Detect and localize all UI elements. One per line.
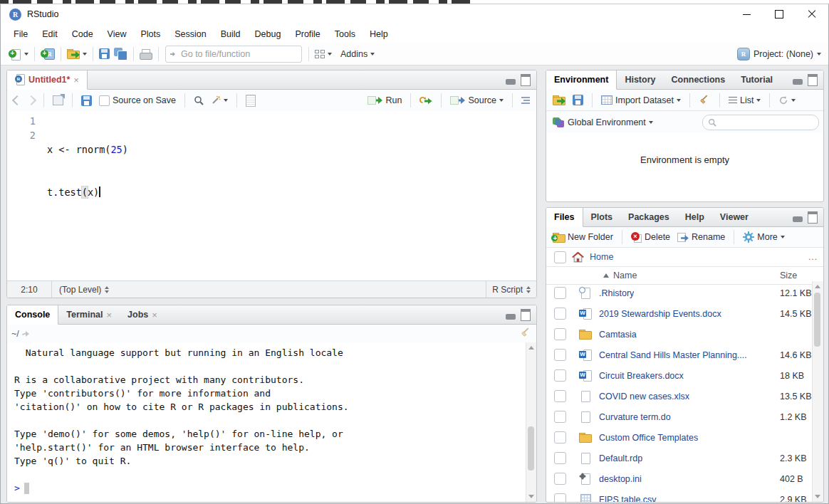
scroll-down-icon[interactable] xyxy=(528,495,534,498)
files-scrollbar[interactable] xyxy=(812,281,823,502)
file-checkbox[interactable] xyxy=(554,431,566,443)
new-project-button[interactable] xyxy=(38,46,57,62)
file-checkbox[interactable] xyxy=(554,287,566,299)
code-tools-button[interactable] xyxy=(209,94,230,107)
scroll-down-icon[interactable] xyxy=(815,495,820,498)
scrollbar-thumb[interactable] xyxy=(528,426,534,471)
pane-layout-button[interactable] xyxy=(313,48,334,60)
new-file-button[interactable] xyxy=(6,46,31,62)
source-on-save-checkbox[interactable]: Source on Save xyxy=(97,94,178,107)
save-all-button[interactable] xyxy=(112,46,130,61)
open-file-button[interactable] xyxy=(65,48,89,61)
project-menu-button[interactable]: Project: (None) xyxy=(737,48,828,61)
import-dataset-button[interactable]: Import Dataset xyxy=(599,94,683,107)
menu-help[interactable]: Help xyxy=(363,27,395,41)
console-prompt[interactable]: > xyxy=(14,481,526,495)
maximize-button[interactable] xyxy=(763,4,796,24)
find-replace-button[interactable] xyxy=(192,94,206,107)
select-all-checkbox[interactable] xyxy=(554,251,566,263)
close-button[interactable] xyxy=(796,4,828,24)
forward-button[interactable] xyxy=(26,95,37,105)
menu-view[interactable]: View xyxy=(100,27,134,41)
size-column-header[interactable]: Size xyxy=(780,271,797,280)
minimize-pane-icon[interactable] xyxy=(793,79,803,85)
menu-tools[interactable]: Tools xyxy=(328,27,363,41)
menu-profile[interactable]: Profile xyxy=(288,27,327,41)
name-column-header[interactable]: Name xyxy=(546,271,637,280)
console-output[interactable]: Natural language support but running in … xyxy=(7,342,526,502)
scroll-up-icon[interactable] xyxy=(528,346,534,350)
maximize-pane-icon[interactable] xyxy=(808,74,818,86)
maximize-pane-icon[interactable] xyxy=(521,309,531,321)
file-checkbox[interactable] xyxy=(554,308,566,320)
breadcrumb-ellipsis[interactable]: ... xyxy=(808,252,818,262)
minimize-pane-icon[interactable] xyxy=(506,314,516,320)
menu-session[interactable]: Session xyxy=(167,27,213,41)
close-tab-icon[interactable] xyxy=(106,310,112,320)
close-tab-icon[interactable] xyxy=(73,75,79,85)
goto-directory-icon[interactable] xyxy=(22,331,29,337)
clear-console-broom-icon[interactable] xyxy=(520,327,532,339)
file-checkbox[interactable] xyxy=(554,493,566,502)
menu-plots[interactable]: Plots xyxy=(133,27,167,41)
menu-debug[interactable]: Debug xyxy=(248,27,288,41)
scrollbar-thumb[interactable] xyxy=(814,293,820,347)
maximize-pane-icon[interactable] xyxy=(808,211,818,224)
save-source-button[interactable] xyxy=(79,94,94,107)
load-workspace-button[interactable] xyxy=(551,94,568,107)
file-row[interactable]: Circuit Breakers.docx 18 KB xyxy=(546,365,812,386)
maximize-pane-icon[interactable] xyxy=(521,74,531,86)
file-row[interactable]: .Rhistory 12.1 KB xyxy=(546,283,812,303)
doc-type-selector[interactable]: R Script xyxy=(486,281,536,298)
save-workspace-button[interactable] xyxy=(570,93,585,107)
file-checkbox[interactable] xyxy=(554,390,566,402)
file-checkbox[interactable] xyxy=(554,411,566,423)
delete-button[interactable]: Delete xyxy=(629,231,672,244)
environment-scope-selector[interactable]: Global Environment xyxy=(551,115,655,130)
minimize-pane-icon[interactable] xyxy=(506,79,516,85)
file-checkbox[interactable] xyxy=(554,473,566,485)
menu-build[interactable]: Build xyxy=(214,27,248,41)
file-row[interactable]: 2019 Stewardship Events.docx 14.5 KB xyxy=(546,303,812,324)
file-row[interactable]: Camtasia xyxy=(546,324,812,345)
scope-selector[interactable]: (Top Level) xyxy=(52,285,116,295)
compile-report-button[interactable] xyxy=(244,93,258,108)
clear-environment-button[interactable] xyxy=(697,93,713,107)
file-row[interactable]: Default.rdp 2.3 KB xyxy=(546,448,812,468)
tab-environment[interactable]: Environment xyxy=(546,70,617,90)
file-checkbox[interactable] xyxy=(554,328,566,340)
environment-search-input[interactable] xyxy=(720,117,813,128)
tab-packages[interactable]: Packages xyxy=(620,208,677,226)
popout-button[interactable] xyxy=(51,94,66,107)
menu-edit[interactable]: Edit xyxy=(35,27,65,41)
file-row[interactable]: COVID new cases.xlsx 13.5 KB xyxy=(546,386,812,406)
file-checkbox[interactable] xyxy=(554,452,566,464)
file-row[interactable]: desktop.ini 402 B xyxy=(546,468,812,489)
addins-button[interactable]: Addins xyxy=(338,48,377,61)
file-row[interactable]: FIPS table.csv 2.9 KB xyxy=(546,489,812,502)
tab-jobs[interactable]: Jobs xyxy=(120,305,165,324)
refresh-button[interactable] xyxy=(776,94,798,107)
tab-history[interactable]: History xyxy=(617,70,663,89)
file-checkbox[interactable] xyxy=(554,349,566,361)
tab-viewer[interactable]: Viewer xyxy=(712,208,756,226)
file-checkbox[interactable] xyxy=(554,369,566,382)
goto-file-function-input[interactable] xyxy=(179,48,297,60)
breadcrumb-home[interactable]: Home xyxy=(590,252,613,262)
console-scrollbar[interactable] xyxy=(526,342,536,502)
scroll-up-icon[interactable] xyxy=(815,285,820,288)
menu-file[interactable]: File xyxy=(6,27,35,41)
tab-terminal[interactable]: Terminal xyxy=(58,305,120,324)
source-button[interactable]: Source xyxy=(448,94,506,107)
rename-button[interactable]: Rename xyxy=(675,231,727,243)
new-folder-button[interactable]: New Folder xyxy=(551,230,615,244)
list-view-button[interactable]: List xyxy=(726,93,763,106)
back-button[interactable] xyxy=(11,95,23,105)
close-tab-icon[interactable] xyxy=(152,310,157,320)
tab-untitled1[interactable]: Untitled1* xyxy=(7,70,88,90)
menu-code[interactable]: Code xyxy=(65,27,100,41)
environment-search-box[interactable] xyxy=(702,115,819,130)
file-row[interactable]: Curvature term.do 1.2 KB xyxy=(546,406,812,427)
code-editor[interactable]: 1 2 x <- rnorm(25) t.test(x) xyxy=(7,111,536,281)
file-row[interactable]: Custom Office Templates xyxy=(546,427,812,448)
